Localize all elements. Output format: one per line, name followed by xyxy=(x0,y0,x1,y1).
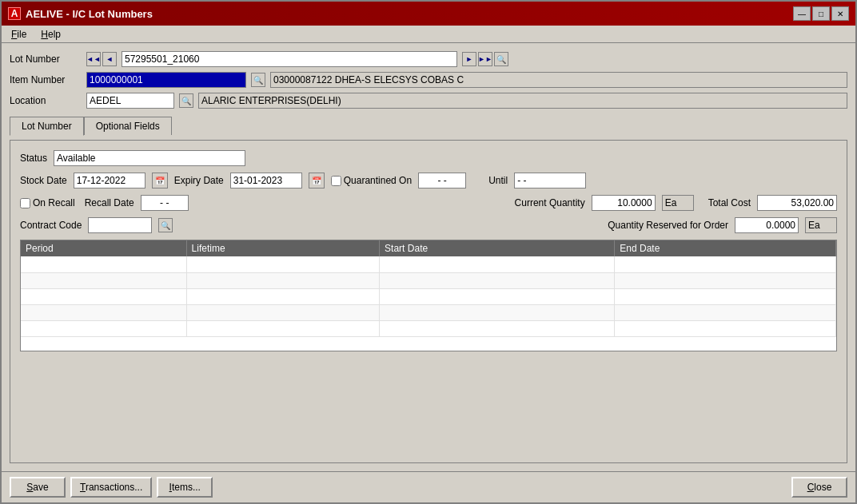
menu-bar: File Help xyxy=(2,26,855,43)
table-row-empty-1 xyxy=(21,256,836,272)
on-recall-checkbox-label[interactable]: On Recall xyxy=(20,197,75,208)
table-row-empty-3 xyxy=(21,288,836,304)
recall-date-label: Recall Date xyxy=(85,197,134,208)
location-search-button[interactable]: 🔍 xyxy=(179,93,193,108)
lot-nav-controls: ◄◄ ◄ xyxy=(86,52,117,66)
location-row: Location 🔍 xyxy=(10,93,847,109)
transactions-button[interactable]: Transactions... xyxy=(70,477,152,498)
expiry-date-input[interactable] xyxy=(230,173,302,189)
main-content: Lot Number ◄◄ ◄ ► ►► 🔍 Item Number 🔍 Loc… xyxy=(2,43,855,471)
quarantined-on-input[interactable] xyxy=(418,173,466,189)
period-table-body xyxy=(21,256,836,336)
nav-first-button[interactable]: ◄◄ xyxy=(86,52,101,66)
location-input[interactable] xyxy=(86,93,174,109)
until-input[interactable] xyxy=(514,173,586,189)
contract-code-input[interactable] xyxy=(88,217,152,233)
tab-optional-fields[interactable]: Optional Fields xyxy=(84,117,172,135)
table-row-empty-2 xyxy=(21,272,836,288)
stock-date-calendar-button[interactable]: 📅 xyxy=(152,173,168,189)
total-cost-input[interactable] xyxy=(757,195,837,211)
save-button[interactable]: Save xyxy=(10,477,66,498)
table-row-empty-4 xyxy=(21,304,836,320)
app-icon: A xyxy=(8,7,21,20)
tab-lot-number[interactable]: Lot Number xyxy=(10,117,84,136)
until-label: Until xyxy=(488,175,508,186)
status-input[interactable] xyxy=(54,150,245,166)
nav-next-button[interactable]: ► xyxy=(462,52,476,66)
recall-date-input[interactable] xyxy=(141,195,189,211)
current-qty-unit xyxy=(662,195,694,211)
col-period: Period xyxy=(21,240,186,256)
restore-button[interactable]: □ xyxy=(812,6,830,21)
main-window: A AELIVE - I/C Lot Numbers — □ ✕ File He… xyxy=(0,0,857,504)
tabs: Lot Number Optional Fields xyxy=(10,117,847,135)
item-description xyxy=(270,72,847,88)
quarantined-on-checkbox[interactable] xyxy=(331,176,341,186)
close-window-button[interactable]: ✕ xyxy=(831,6,849,21)
expiry-date-label: Expiry Date xyxy=(174,175,224,186)
lot-number-row: Lot Number ◄◄ ◄ ► ►► 🔍 xyxy=(10,51,847,67)
period-table: Period Lifetime Start Date End Date xyxy=(21,240,836,337)
item-number-row: Item Number 🔍 xyxy=(10,72,847,88)
minimize-button[interactable]: — xyxy=(793,6,811,21)
current-qty-label: Current Quantity xyxy=(515,197,585,208)
tab-content: Status Stock Date 📅 Expiry Date 📅 Quaran… xyxy=(10,140,847,463)
lot-search-button[interactable]: 🔍 xyxy=(494,52,508,66)
items-button[interactable]: Items... xyxy=(157,477,213,498)
lot-number-label: Lot Number xyxy=(10,54,82,65)
item-number-input[interactable] xyxy=(86,72,246,88)
title-bar: A AELIVE - I/C Lot Numbers — □ ✕ xyxy=(2,2,855,26)
title-bar-left: A AELIVE - I/C Lot Numbers xyxy=(8,7,153,20)
col-start-date: Start Date xyxy=(380,240,615,256)
close-button[interactable]: Close xyxy=(791,477,847,498)
title-controls: — □ ✕ xyxy=(793,6,849,21)
stock-date-input[interactable] xyxy=(74,173,145,189)
lot-nav-right: ► ►► 🔍 xyxy=(462,52,508,66)
location-label: Location xyxy=(10,95,82,106)
contract-search-button[interactable]: 🔍 xyxy=(158,218,173,232)
dates-row: Stock Date 📅 Expiry Date 📅 Quarantined O… xyxy=(20,173,837,189)
expiry-date-calendar-button[interactable]: 📅 xyxy=(309,173,325,189)
period-table-container: Period Lifetime Start Date End Date xyxy=(20,240,837,351)
col-end-date: End Date xyxy=(615,240,836,256)
menu-help[interactable]: Help xyxy=(34,27,67,42)
qty-reserved-unit xyxy=(805,217,837,233)
window-title: AELIVE - I/C Lot Numbers xyxy=(26,8,153,20)
location-description xyxy=(198,93,847,109)
qty-reserved-label: Quantity Reserved for Order xyxy=(608,220,728,231)
stock-date-label: Stock Date xyxy=(20,175,67,186)
item-search-button[interactable]: 🔍 xyxy=(251,73,265,87)
status-label: Status xyxy=(20,153,47,164)
col-lifetime: Lifetime xyxy=(186,240,380,256)
contract-code-label: Contract Code xyxy=(20,220,82,231)
table-row-empty-5 xyxy=(21,320,836,336)
menu-file[interactable]: File xyxy=(5,27,33,42)
footer-left-buttons: Save Transactions... Items... xyxy=(10,477,213,498)
on-recall-label: On Recall xyxy=(33,197,75,208)
quarantined-on-checkbox-label[interactable]: Quarantined On xyxy=(331,175,412,186)
recall-qty-row: On Recall Recall Date Current Quantity T… xyxy=(20,195,837,211)
contract-qty-row: Contract Code 🔍 Quantity Reserved for Or… xyxy=(20,217,837,233)
qty-reserved-input[interactable] xyxy=(735,217,799,233)
lot-number-input[interactable] xyxy=(122,51,457,67)
nav-last-button[interactable]: ►► xyxy=(478,52,492,66)
current-qty-input[interactable] xyxy=(592,195,656,211)
nav-prev-button[interactable]: ◄ xyxy=(102,52,117,66)
total-cost-label: Total Cost xyxy=(708,197,751,208)
footer: Save Transactions... Items... Close xyxy=(2,471,855,502)
status-row: Status xyxy=(20,150,837,166)
on-recall-checkbox[interactable] xyxy=(20,198,30,208)
item-number-label: Item Number xyxy=(10,74,82,85)
quarantined-on-label: Quarantined On xyxy=(344,175,412,186)
